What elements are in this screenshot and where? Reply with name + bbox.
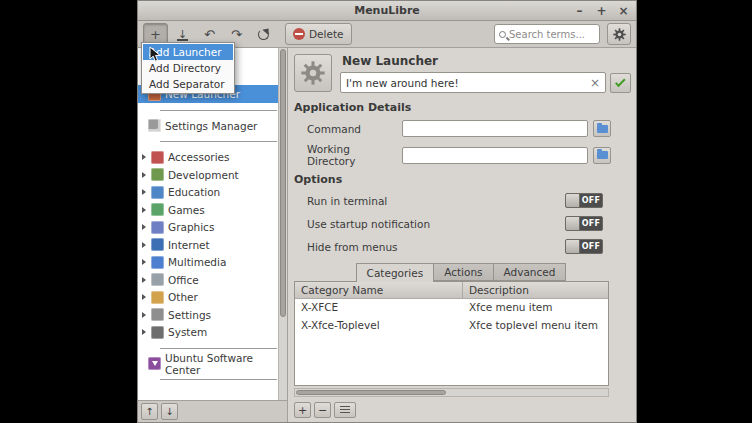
working-directory-field-row: Working Directory: [307, 143, 611, 167]
editor-header: New Launcher ×: [294, 54, 631, 93]
startup-notification-row: Use startup notification OFF: [307, 216, 603, 231]
arrow-down-icon: ↓: [165, 406, 173, 417]
category-icon: [151, 238, 164, 251]
apply-name-button[interactable]: [610, 73, 631, 93]
hide-from-menus-toggle[interactable]: OFF: [565, 239, 603, 254]
category-icon: [151, 326, 164, 339]
list-icon: [340, 406, 350, 414]
launcher-icon-button[interactable]: [294, 54, 332, 92]
window-title: MenuLibre: [354, 4, 420, 17]
close-button[interactable]: ×: [616, 3, 631, 18]
tree-item-other[interactable]: Other: [138, 289, 287, 307]
expander-icon[interactable]: [142, 329, 146, 335]
clear-categories-button[interactable]: [334, 402, 356, 418]
tree-item-settings[interactable]: Settings: [138, 306, 287, 324]
category-icon: [151, 273, 164, 286]
table-horizontal-scrollbar[interactable]: [294, 388, 609, 397]
table-scrollbar-thumb[interactable]: [296, 390, 446, 395]
category-label: Other: [168, 291, 198, 303]
category-description-cell: Xfce toplevel menu item: [463, 317, 608, 335]
toggle-state: OFF: [580, 240, 602, 253]
tree-item-multimedia[interactable]: Multimedia: [138, 254, 287, 272]
expander-icon[interactable]: [142, 224, 146, 230]
delete-label: Delete: [309, 28, 344, 40]
application-details-heading: Application Details: [294, 101, 631, 114]
clear-icon[interactable]: ×: [590, 76, 600, 90]
folder-icon: [597, 125, 608, 133]
minus-icon: −: [318, 404, 327, 417]
tab-advanced[interactable]: Advanced: [493, 263, 567, 281]
tree-item-label: Settings Manager: [165, 120, 257, 132]
tree-scrollbar-thumb[interactable]: [280, 49, 286, 317]
expander-icon[interactable]: [142, 172, 146, 178]
tree-scrollbar[interactable]: [278, 48, 287, 400]
category-icon: [151, 168, 164, 181]
expander-icon[interactable]: [142, 242, 146, 248]
redo-icon: ↷: [231, 27, 242, 42]
search-icon: [499, 31, 506, 38]
delete-button[interactable]: Delete: [285, 23, 352, 45]
tree-item-system[interactable]: System: [138, 324, 287, 342]
category-label: Accessories: [168, 151, 230, 163]
tab-categories[interactable]: Categories: [356, 263, 435, 282]
separator-line: [160, 110, 277, 111]
menulibre-window: MenuLibre – + × + ↓ ↶ ↷ Delete: [137, 0, 637, 423]
tree-separator[interactable]: [138, 103, 287, 117]
category-label: Settings: [168, 309, 211, 321]
maximize-button[interactable]: +: [594, 3, 609, 18]
run-in-terminal-toggle[interactable]: OFF: [565, 193, 603, 208]
run-in-terminal-label: Run in terminal: [307, 195, 565, 207]
startup-notification-toggle[interactable]: OFF: [565, 216, 603, 231]
window-controls: – + ×: [572, 1, 631, 20]
tree-separator[interactable]: [138, 135, 287, 149]
command-input[interactable]: [408, 123, 582, 135]
expander-icon[interactable]: [142, 154, 146, 160]
command-browse-button[interactable]: [593, 120, 611, 137]
move-up-button[interactable]: ↑: [141, 403, 158, 420]
settings-button[interactable]: [607, 23, 631, 45]
search-input[interactable]: [509, 29, 595, 40]
tree-item-development[interactable]: Development: [138, 166, 287, 184]
software-center-icon: [148, 357, 161, 370]
tree-item-education[interactable]: Education: [138, 184, 287, 202]
tree-item-accessories[interactable]: Accessories: [138, 149, 287, 167]
hide-from-menus-label: Hide from menus: [307, 241, 565, 253]
tree-item-graphics[interactable]: Graphics: [138, 219, 287, 237]
tree-item-ubuntu-software-center[interactable]: Ubuntu Software Center: [138, 355, 287, 373]
table-row[interactable]: X-Xfce-Toplevel Xfce toplevel menu item: [295, 317, 608, 335]
revert-button[interactable]: [251, 23, 276, 45]
tree-item-settings-manager[interactable]: Settings Manager: [138, 117, 287, 135]
category-icon: [151, 203, 164, 216]
menu-item-add-separator[interactable]: Add Separator: [143, 76, 233, 92]
move-down-button[interactable]: ↓: [161, 403, 178, 420]
toggle-knob: [566, 217, 580, 230]
add-category-button[interactable]: +: [294, 402, 311, 418]
tree-move-toolbar: ↑ ↓: [138, 400, 287, 422]
expander-icon[interactable]: [142, 294, 146, 300]
tree-item-internet[interactable]: Internet: [138, 236, 287, 254]
editor-tabs: Categories Actions Advanced: [292, 263, 631, 281]
working-directory-input[interactable]: [408, 149, 582, 161]
table-row[interactable]: X-XFCE Xfce menu item: [295, 299, 608, 317]
expander-icon[interactable]: [142, 207, 146, 213]
minimize-button[interactable]: –: [572, 3, 587, 18]
column-header-description[interactable]: Description: [463, 282, 608, 298]
categories-table-header: Category Name Description: [295, 282, 608, 299]
tab-actions[interactable]: Actions: [433, 263, 493, 281]
expander-icon[interactable]: [142, 277, 146, 283]
expander-icon[interactable]: [142, 189, 146, 195]
category-label: Multimedia: [168, 256, 226, 268]
working-directory-browse-button[interactable]: [593, 147, 611, 164]
name-input[interactable]: [346, 77, 586, 89]
folder-icon: [597, 151, 608, 159]
expander-icon[interactable]: [142, 312, 146, 318]
categories-toolbar: + −: [294, 402, 631, 418]
tree-item-office[interactable]: Office: [138, 271, 287, 289]
tree-item-games[interactable]: Games: [138, 201, 287, 219]
remove-category-button[interactable]: −: [314, 402, 331, 418]
hide-from-menus-row: Hide from menus OFF: [307, 239, 603, 254]
toggle-state: OFF: [580, 194, 602, 207]
column-header-category-name[interactable]: Category Name: [295, 282, 463, 298]
working-directory-entry-box: [402, 147, 588, 164]
expander-icon[interactable]: [142, 259, 146, 265]
